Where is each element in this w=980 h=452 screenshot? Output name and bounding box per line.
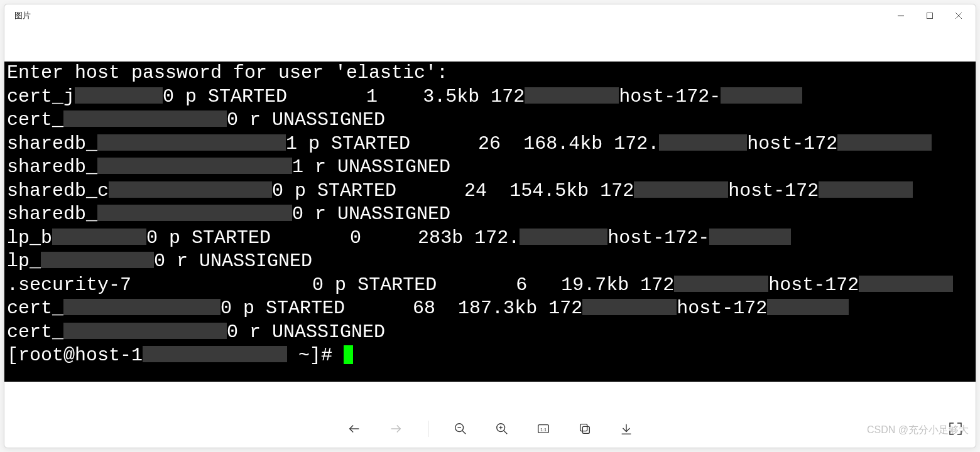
terminal-line: sharedb_c 0 p STARTED 24 154.5kb 172 hos…	[7, 180, 973, 203]
svg-rect-16	[580, 424, 587, 431]
terminal-line: cert_ 0 r UNASSIGNED	[7, 109, 973, 132]
redacted-text	[819, 181, 913, 198]
redacted-text	[582, 299, 677, 315]
redacted-text	[109, 181, 272, 198]
redacted-text	[721, 87, 802, 104]
terminal-line: sharedb_ 0 r UNASSIGNED	[7, 203, 973, 227]
copy-button[interactable]	[575, 419, 594, 438]
viewer-toolbar: 1:1	[4, 410, 976, 448]
terminal-output: Enter host password for user 'elastic':c…	[4, 62, 976, 382]
redacted-text	[63, 323, 227, 339]
redacted-text	[520, 229, 607, 245]
redacted-text	[143, 346, 287, 362]
next-button[interactable]	[386, 419, 405, 438]
terminal-line: sharedb_ 1 p STARTED 26 168.4kb 172. hos…	[7, 132, 973, 156]
zoom-in-button[interactable]	[493, 419, 511, 438]
viewer-window: 图片 Enter host password for user 'elastic…	[4, 4, 976, 448]
minimize-button[interactable]	[886, 6, 915, 26]
terminal-line: Enter host password for user 'elastic':	[7, 62, 973, 85]
redacted-text	[52, 229, 146, 245]
terminal-line: lp_ 0 r UNASSIGNED	[7, 250, 973, 274]
redacted-text	[41, 252, 154, 268]
terminal-cursor	[344, 345, 353, 364]
prev-button[interactable]	[345, 419, 364, 438]
redacted-text	[709, 229, 791, 245]
window-buttons	[886, 6, 973, 26]
redacted-text	[767, 299, 849, 315]
actual-size-button[interactable]: 1:1	[534, 419, 553, 438]
redacted-text	[97, 134, 286, 151]
redacted-text	[674, 276, 768, 292]
terminal-line: sharedb_ 1 r UNASSIGNED	[7, 156, 973, 180]
content-area: Enter host password for user 'elastic':c…	[4, 27, 976, 448]
titlebar: 图片	[4, 4, 976, 27]
redacted-text	[63, 110, 227, 127]
svg-line-10	[504, 431, 507, 434]
svg-line-7	[462, 431, 466, 434]
zoom-out-button[interactable]	[451, 419, 470, 438]
window-title: 图片	[14, 10, 31, 21]
save-button[interactable]	[617, 419, 636, 438]
redacted-text	[75, 87, 163, 104]
toolbar-separator	[428, 421, 428, 437]
redacted-text	[97, 158, 292, 174]
terminal-line: .security-7 0 p STARTED 6 19.7kb 172 hos…	[7, 274, 973, 298]
redacted-text	[97, 205, 292, 221]
close-button[interactable]	[944, 6, 973, 26]
maximize-button[interactable]	[915, 6, 944, 26]
terminal-line: cert_ 0 p STARTED 68 187.3kb 172 host-17…	[7, 297, 973, 321]
redacted-text	[63, 299, 220, 315]
redacted-text	[634, 181, 728, 198]
redacted-text	[659, 134, 747, 151]
svg-rect-15	[582, 426, 589, 433]
redacted-text	[837, 134, 932, 151]
terminal-prompt[interactable]: [root@host-1 ~]#	[7, 344, 973, 368]
terminal-line: cert_ 0 r UNASSIGNED	[7, 321, 973, 345]
svg-rect-1	[927, 13, 933, 19]
svg-text:1:1: 1:1	[540, 427, 546, 433]
redacted-text	[525, 87, 619, 104]
fullscreen-button[interactable]	[947, 420, 964, 438]
terminal-line: cert_j 0 p STARTED 1 3.5kb 172 host-172-	[7, 85, 973, 109]
terminal-line: lp_b 0 p STARTED 0 283b 172. host-172-	[7, 227, 973, 250]
redacted-text	[859, 276, 953, 292]
